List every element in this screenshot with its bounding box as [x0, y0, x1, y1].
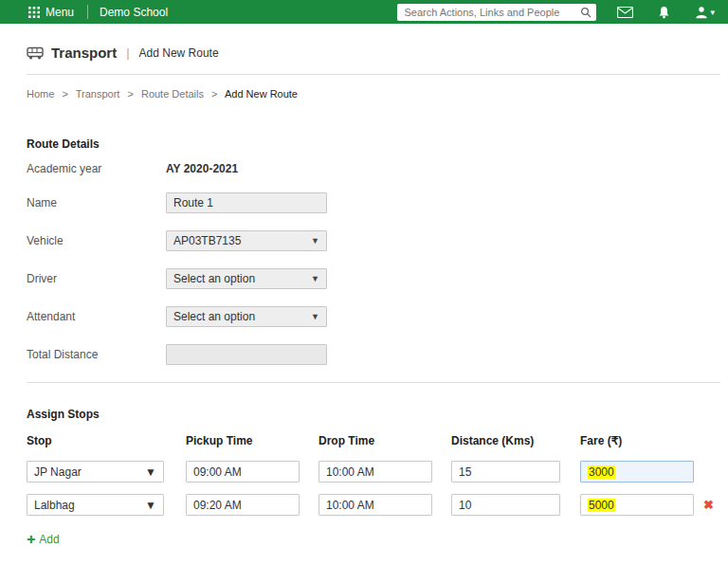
vehicle-label: Vehicle [27, 234, 166, 247]
stop-select-1-value: JP Nagar [34, 465, 82, 479]
pickup-time-1-value: 09:00 AM [193, 465, 242, 479]
search-input[interactable] [402, 6, 580, 19]
vehicle-row: Vehicle AP03TB7135 ▼ [27, 230, 701, 251]
total-distance-field[interactable] [166, 344, 327, 365]
total-distance-label: Total Distance [27, 348, 166, 361]
breadcrumb-separator: > [62, 88, 67, 100]
fare-input-1[interactable]: 3000 [580, 461, 694, 483]
distance-column-header: Distance (Kms) [451, 434, 560, 447]
chevron-down-icon: ▼ [311, 274, 319, 283]
distance-1-value: 15 [459, 465, 471, 479]
school-name: Demo School [100, 6, 168, 19]
search-icon[interactable] [580, 7, 592, 18]
chevron-down-icon: ▼ [145, 465, 156, 479]
name-field[interactable]: Route 1 [166, 192, 327, 213]
breadcrumb-home[interactable]: Home [27, 88, 54, 100]
stops-header-row: Stop Pickup Time Drop Time Distance (Kms… [27, 434, 701, 447]
menu-grid-icon[interactable] [28, 7, 40, 18]
add-stop-button[interactable]: ✚ Add [27, 533, 60, 546]
fare-input-2[interactable]: 5000 [580, 494, 694, 516]
route-details-form: Academic year AY 2020-2021 Name Route 1 … [0, 155, 728, 365]
notifications-bell-icon[interactable] [658, 6, 670, 19]
page-subtitle: Add New Route [139, 46, 219, 60]
assign-stops-heading: Assign Stops [0, 383, 728, 425]
vehicle-select[interactable]: AP03TB7135 ▼ [166, 230, 327, 251]
breadcrumb: Home > Transport > Route Details > Add N… [0, 75, 728, 113]
breadcrumb-transport[interactable]: Transport [76, 88, 120, 100]
name-field-value: Route 1 [173, 196, 213, 210]
topbar-divider [87, 5, 88, 19]
route-details-heading: Route Details [0, 113, 728, 155]
pickup-time-2-value: 09:20 AM [193, 499, 242, 512]
stop-select-2[interactable]: Lalbhag ▼ [27, 494, 164, 516]
breadcrumb-separator: > [211, 88, 217, 100]
title-divider: | [126, 46, 129, 60]
stop-column-header: Stop [27, 434, 164, 447]
total-distance-row: Total Distance [27, 344, 701, 365]
pickup-time-input-2[interactable]: 09:20 AM [186, 494, 300, 516]
driver-row: Driver Select an option ▼ [27, 268, 701, 289]
driver-select[interactable]: Select an option ▼ [166, 268, 327, 289]
assign-stops-table: Stop Pickup Time Drop Time Distance (Kms… [0, 425, 728, 546]
attendant-label: Attendant [27, 310, 166, 323]
user-menu-caret-icon: ▾ [710, 8, 715, 17]
fare-1-value: 3000 [588, 465, 615, 479]
page-header: Transport | Add New Route [0, 24, 728, 74]
delete-row-icon[interactable]: ✖ [703, 499, 714, 511]
attendant-select-value: Select an option [173, 310, 255, 323]
chevron-down-icon: ▼ [311, 236, 319, 246]
drop-time-1-value: 10:00 AM [326, 465, 374, 479]
attendant-row: Attendant Select an option ▼ [27, 306, 701, 327]
pickup-time-column-header: Pickup Time [186, 434, 300, 447]
attendant-select[interactable]: Select an option ▼ [166, 306, 327, 327]
name-label: Name [27, 196, 166, 210]
transport-bus-icon [27, 46, 44, 60]
name-row: Name Route 1 [27, 192, 701, 213]
plus-icon: ✚ [27, 534, 35, 546]
distance-input-2[interactable]: 10 [451, 494, 560, 516]
global-search[interactable] [397, 4, 596, 21]
stop-select-2-value: Lalbhag [34, 499, 75, 512]
mail-icon[interactable] [617, 7, 633, 18]
menu-button[interactable]: Menu [46, 6, 74, 19]
drop-time-2-value: 10:00 AM [326, 499, 374, 512]
drop-time-column-header: Drop Time [318, 434, 432, 447]
drop-time-input-1[interactable]: 10:00 AM [318, 461, 432, 483]
add-stop-label: Add [39, 533, 59, 546]
stop-select-1[interactable]: JP Nagar ▼ [27, 461, 164, 483]
driver-select-value: Select an option [173, 272, 255, 285]
vehicle-select-value: AP03TB7135 [173, 234, 241, 247]
academic-year-row: Academic year AY 2020-2021 [27, 162, 701, 175]
top-navigation-bar: Menu Demo School [0, 0, 728, 24]
academic-year-value: AY 2020-2021 [166, 162, 238, 175]
distance-input-1[interactable]: 15 [451, 461, 560, 483]
breadcrumb-route-details[interactable]: Route Details [141, 88, 204, 100]
academic-year-label: Academic year [27, 162, 166, 175]
breadcrumb-separator: > [127, 88, 133, 100]
pickup-time-input-1[interactable]: 09:00 AM [186, 461, 300, 483]
chevron-down-icon: ▼ [311, 312, 319, 321]
fare-2-value: 5000 [588, 499, 615, 512]
driver-label: Driver [27, 272, 166, 285]
drop-time-input-2[interactable]: 10:00 AM [318, 494, 432, 516]
stop-row-2: Lalbhag ▼ 09:20 AM 10:00 AM 10 5000 ✖ [27, 494, 701, 516]
distance-2-value: 10 [459, 499, 471, 512]
fare-column-header: Fare (₹) [580, 434, 694, 447]
breadcrumb-current: Add New Route [225, 88, 298, 100]
chevron-down-icon: ▼ [145, 499, 156, 512]
stop-row-1: JP Nagar ▼ 09:00 AM 10:00 AM 15 3000 [27, 461, 701, 483]
page-title: Transport [51, 45, 117, 61]
user-account-icon[interactable]: ▾ [695, 6, 715, 19]
